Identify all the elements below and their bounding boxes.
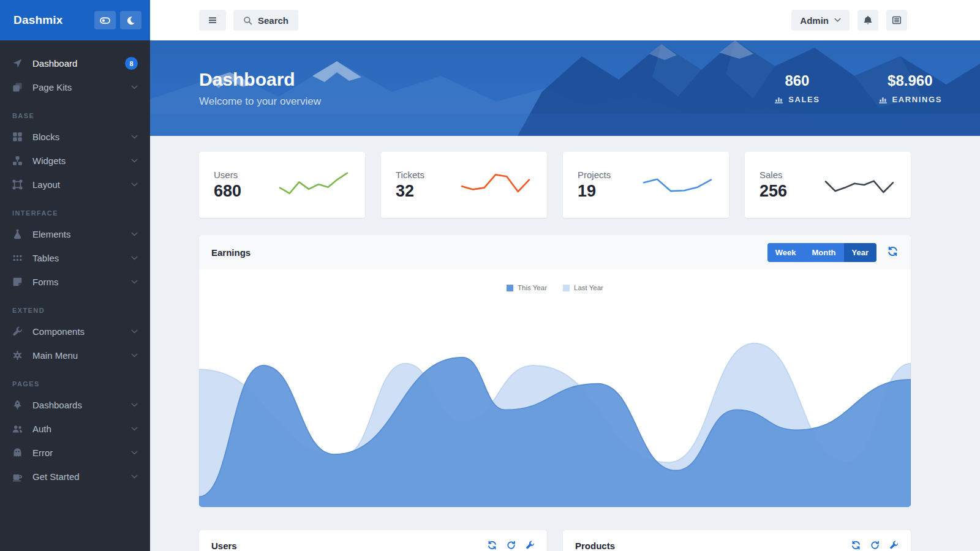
stat-card-meta: Sales256 — [760, 170, 787, 201]
hero-stat-value: $8.960 — [878, 72, 942, 89]
sidebar-badge: 8 — [125, 57, 138, 70]
legend-label: This Year — [518, 284, 547, 291]
hero-stat-sales: 860SALES — [774, 72, 820, 104]
sidebar-nav: Dashboard8Page KitsBASEBlocksWidgetsLayo… — [0, 40, 150, 489]
sidebar-section-extend: EXTEND — [0, 294, 150, 320]
dots-icon — [12, 253, 23, 263]
logo-bar: Dashmix — [0, 0, 150, 40]
hero-stats: 860SALES$8.960EARNINGS — [774, 72, 942, 104]
sidebar: Dashmix Dashboard8Page KitsBASEBlocksWid… — [0, 0, 150, 551]
chevron-down-icon — [131, 425, 138, 432]
sidebar-item-page-kits[interactable]: Page Kits — [0, 75, 150, 99]
notifications-button[interactable] — [858, 10, 878, 31]
admin-label: Admin — [800, 15, 829, 26]
copy-icon — [12, 82, 23, 92]
stat-card-sparkline — [459, 168, 532, 202]
hamburger-icon — [208, 15, 217, 25]
chevron-down-icon — [131, 352, 138, 359]
sidebar-item-main-menu[interactable]: Main Menu — [0, 343, 150, 367]
sidebar-item-widgets[interactable]: Widgets — [0, 149, 150, 173]
top-header: Search Admin — [150, 0, 980, 40]
page-subtitle: Welcome to your overview — [199, 96, 321, 108]
legend-last-year: Last Year — [563, 284, 603, 291]
sidebar-item-label: Blocks — [32, 132, 125, 142]
sidebar-item-label: Page Kits — [32, 82, 125, 92]
earnings-panel: Earnings WeekMonthYear This YearLast Yea… — [199, 235, 911, 507]
stat-card-tickets: Tickets32 — [381, 152, 547, 218]
refresh-icon — [888, 246, 898, 257]
sidebar-item-label: Error — [32, 448, 125, 458]
paper-plane-icon — [12, 58, 23, 69]
sidebar-section-base: BASE — [0, 99, 150, 125]
layout-toggle-button[interactable] — [94, 11, 116, 29]
range-month-button[interactable]: Month — [804, 243, 844, 262]
list-panel-icon — [892, 15, 902, 25]
wrench-icon — [526, 541, 535, 550]
dark-mode-toggle-button[interactable] — [120, 11, 141, 29]
chevron-down-icon — [131, 133, 138, 140]
side-overlay-button[interactable] — [886, 10, 907, 31]
stat-card-meta: Tickets32 — [396, 170, 424, 201]
refresh-icon — [851, 541, 861, 550]
stat-card-sparkline — [277, 168, 350, 202]
block-refresh-button[interactable] — [488, 541, 497, 550]
block-refresh-button[interactable] — [851, 541, 861, 550]
sidebar-item-dashboards[interactable]: Dashboards — [0, 393, 150, 417]
chevron-down-icon — [131, 255, 138, 261]
admin-menu-button[interactable]: Admin — [791, 10, 850, 31]
sidebar-item-error[interactable]: Error — [0, 441, 150, 465]
search-icon — [243, 16, 252, 25]
block-wrench-button[interactable] — [889, 541, 899, 550]
wrench-icon — [12, 326, 23, 337]
widgets-icon — [12, 156, 23, 166]
earnings-area-chart — [199, 305, 911, 507]
hero-stat-label-row: EARNINGS — [878, 95, 942, 104]
sidebar-item-layout[interactable]: Layout — [0, 173, 150, 197]
block-rotate-button[interactable] — [507, 541, 516, 550]
sidebar-item-label: Components — [32, 326, 125, 337]
ghost-icon — [12, 448, 23, 458]
chevron-down-icon — [131, 181, 138, 188]
sidebar-item-get-started[interactable]: Get Started — [0, 465, 150, 489]
range-week-button[interactable]: Week — [767, 243, 804, 262]
rotate-icon — [870, 541, 880, 550]
hero-stat-label: EARNINGS — [892, 95, 942, 104]
dashboard-page: { "brand": {"name": "Dashmix"}, "logo_ba… — [0, 0, 980, 551]
stat-card-users: Users680 — [199, 152, 365, 218]
block-rotate-button[interactable] — [870, 541, 880, 550]
legend-swatch — [507, 285, 513, 291]
users-icon — [12, 424, 23, 434]
stat-card-value: 256 — [760, 182, 787, 201]
sidebar-item-blocks[interactable]: Blocks — [0, 125, 150, 149]
sidebar-item-dashboard[interactable]: Dashboard8 — [0, 51, 150, 75]
hero-stat-earnings: $8.960EARNINGS — [878, 72, 942, 104]
stat-card-value: 680 — [214, 182, 241, 201]
bottom-cards-row: UsersProducts — [199, 530, 911, 551]
sidebar-item-elements[interactable]: Elements — [0, 222, 150, 246]
sidebar-toggle-button[interactable] — [199, 10, 226, 31]
legend-label: Last Year — [574, 284, 603, 291]
moon-icon — [126, 16, 136, 25]
refresh-icon — [488, 541, 497, 550]
brand-logo: Dashmix — [13, 13, 94, 27]
sidebar-item-label: Dashboards — [32, 400, 125, 410]
range-year-button[interactable]: Year — [844, 243, 876, 262]
note-icon — [12, 277, 23, 287]
bell-icon — [863, 15, 873, 25]
search-button[interactable]: Search — [233, 10, 298, 31]
chevron-down-icon — [131, 84, 138, 91]
sidebar-item-auth[interactable]: Auth — [0, 417, 150, 441]
sidebar-item-components[interactable]: Components — [0, 320, 150, 343]
hero-content: Dashboard Welcome to your overview 860SA… — [150, 40, 980, 136]
sidebar-item-forms[interactable]: Forms — [0, 270, 150, 294]
search-label: Search — [258, 15, 288, 26]
block-card-actions — [488, 541, 535, 550]
chart-refresh-button[interactable] — [886, 246, 899, 258]
block-card-users: Users — [199, 530, 547, 551]
chevron-down-icon — [131, 157, 138, 164]
chevron-down-icon — [131, 449, 138, 456]
sidebar-item-label: Forms — [32, 277, 125, 287]
block-wrench-button[interactable] — [526, 541, 535, 550]
sidebar-item-tables[interactable]: Tables — [0, 246, 150, 270]
legend-swatch — [563, 285, 570, 291]
